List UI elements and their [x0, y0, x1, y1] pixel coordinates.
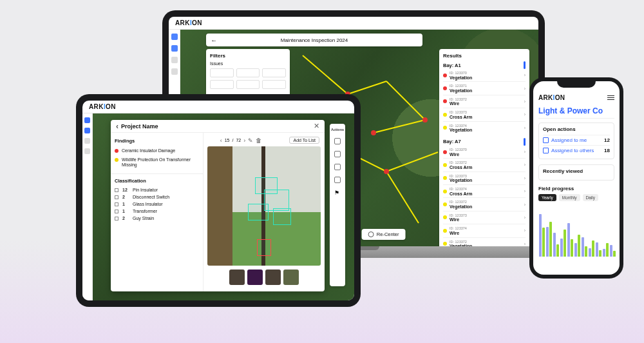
- thumbnail[interactable]: [265, 270, 281, 285]
- result-item[interactable]: ID: 123373Vegetation›: [443, 172, 526, 185]
- laptop-header: ARK I ON: [169, 17, 538, 30]
- result-item[interactable]: ID: 123372Cross Arm›: [443, 159, 526, 172]
- class-row[interactable]: 2Disconnect Switch: [115, 193, 199, 201]
- next-icon[interactable]: ›: [243, 137, 245, 144]
- rail-icon-generic2[interactable]: [171, 68, 178, 75]
- recently-viewed-card[interactable]: Recently viewed: [538, 164, 614, 181]
- result-item[interactable]: ID: 123372Vegetation›: [443, 238, 526, 247]
- recenter-button[interactable]: Re-Center: [362, 229, 406, 240]
- logo-suffix: ON: [192, 19, 202, 26]
- svg-line-6: [386, 172, 419, 223]
- results-title: Results: [443, 53, 526, 59]
- trash-icon[interactable]: 🗑: [256, 137, 261, 144]
- add-to-list-button[interactable]: Add To List: [289, 137, 319, 144]
- company-title: Light & Power Co: [538, 106, 614, 119]
- rail-icon[interactable]: [84, 138, 90, 144]
- back-button[interactable]: ←: [206, 37, 222, 44]
- close-icon[interactable]: ✕: [314, 122, 319, 130]
- action-row[interactable]: Assigned to others 18: [543, 145, 610, 155]
- results-bay: Bay: A1 ID: 123370Vegetation› ID: 123371…: [443, 61, 526, 134]
- tablet-nav-rail: [82, 113, 93, 300]
- laptop-notch: [327, 10, 380, 17]
- checkbox-icon[interactable]: [115, 195, 118, 199]
- tab-yearly[interactable]: Yearly: [538, 194, 556, 201]
- rail-icon[interactable]: [84, 117, 90, 123]
- checkbox-icon[interactable]: [115, 210, 118, 213]
- svg-point-13: [422, 117, 428, 122]
- filter-cell[interactable]: [236, 68, 260, 77]
- checkbox-icon[interactable]: [115, 188, 118, 192]
- status-dot-icon: [115, 158, 118, 162]
- thumbnail[interactable]: [229, 270, 245, 285]
- thumbnail[interactable]: [247, 270, 263, 285]
- rail-icon[interactable]: [84, 148, 90, 154]
- edit-icon[interactable]: ✎: [248, 137, 253, 144]
- chevron-right-icon: ›: [524, 202, 526, 207]
- rail-icon[interactable]: [84, 128, 90, 133]
- bay-name: Bay: A7: [443, 139, 461, 144]
- status-dot-icon: [443, 176, 447, 180]
- logo-prefix: ARK: [175, 19, 190, 26]
- class-row[interactable]: 1Transformer: [115, 208, 199, 215]
- chevron-right-icon: ›: [524, 242, 526, 246]
- rail-icon-generic1[interactable]: [171, 57, 178, 63]
- inspection-photo[interactable]: [207, 146, 321, 266]
- field-progress-chart: [538, 205, 614, 257]
- checkbox-icon[interactable]: [115, 202, 118, 206]
- action-button[interactable]: [334, 177, 341, 183]
- class-row[interactable]: 1Glass Insulator: [115, 201, 199, 208]
- chevron-right-icon: ›: [524, 99, 526, 104]
- result-item[interactable]: ID: 123373Cross Arm›: [443, 108, 526, 121]
- actions-label: Actions: [331, 128, 344, 132]
- project-panel: Project Name ✕ Findings Ceramic Insulato…: [111, 120, 325, 291]
- rail-icon-home[interactable]: [171, 34, 178, 40]
- filter-cell[interactable]: [236, 80, 260, 89]
- result-item[interactable]: ID: 123372Vegetation›: [443, 198, 526, 211]
- result-item[interactable]: ID: 123370Wire›: [443, 146, 526, 159]
- filter-cell[interactable]: [262, 68, 286, 77]
- detection-box[interactable]: [248, 204, 269, 220]
- status-dot-icon: [443, 150, 447, 154]
- menu-icon[interactable]: [607, 95, 614, 101]
- result-item[interactable]: ID: 123374Wire›: [443, 224, 526, 237]
- flag-icon[interactable]: ⚑: [334, 190, 341, 196]
- result-item[interactable]: ID: 123374Vegetation›: [443, 122, 526, 134]
- svg-line-3: [386, 81, 425, 120]
- svg-line-0: [303, 55, 348, 94]
- action-button[interactable]: [334, 138, 341, 144]
- result-item[interactable]: ID: 123370Vegetation›: [443, 69, 526, 82]
- result-item[interactable]: ID: 123374Cross Arm›: [443, 185, 526, 198]
- bay-accent-icon: [524, 138, 526, 146]
- thumbnail[interactable]: [283, 270, 299, 285]
- status-dot-icon: [443, 242, 447, 246]
- logo-prefix: ARK: [538, 94, 553, 101]
- project-title: Maintenance Inspection 2024: [222, 37, 407, 43]
- finding-item[interactable]: Ceramic Insulator Damage: [115, 146, 199, 155]
- finding-item[interactable]: Wildlife Protection On Transformer Missi…: [115, 155, 199, 170]
- status-dot-icon: [115, 149, 118, 153]
- prev-icon[interactable]: ‹: [220, 137, 222, 144]
- class-row[interactable]: 12Pin Insulator: [115, 186, 199, 193]
- action-button[interactable]: [334, 164, 341, 170]
- result-item[interactable]: ID: 123373Wire›: [443, 211, 526, 224]
- filter-cell[interactable]: [210, 80, 234, 89]
- action-row[interactable]: Assigned to me 12: [543, 135, 610, 145]
- tab-monthly[interactable]: Monthly: [559, 194, 580, 201]
- detection-box-alert[interactable]: [257, 239, 270, 256]
- filter-cell[interactable]: [210, 68, 234, 77]
- tab-daily[interactable]: Daily: [583, 194, 598, 201]
- result-item[interactable]: ID: 123372Wire›: [443, 95, 526, 108]
- image-viewer: ‹ 15 / 72 › ✎ 🗑 Add To List: [204, 133, 325, 291]
- filter-cell[interactable]: [262, 80, 286, 89]
- rail-icon-layers[interactable]: [171, 45, 178, 52]
- actions-rail: Actions ⚑: [330, 124, 345, 286]
- svg-line-1: [348, 81, 386, 94]
- logo-suffix: ON: [555, 94, 565, 101]
- tablet-map[interactable]: Project Name ✕ Findings Ceramic Insulato…: [93, 113, 354, 300]
- checkbox-icon[interactable]: [115, 217, 118, 220]
- result-item[interactable]: ID: 123371Vegetation›: [443, 82, 526, 95]
- action-button[interactable]: [334, 151, 341, 157]
- panel-title[interactable]: Project Name: [116, 122, 158, 131]
- class-row[interactable]: 2Guy Strain: [115, 215, 199, 222]
- detection-box[interactable]: [273, 208, 291, 225]
